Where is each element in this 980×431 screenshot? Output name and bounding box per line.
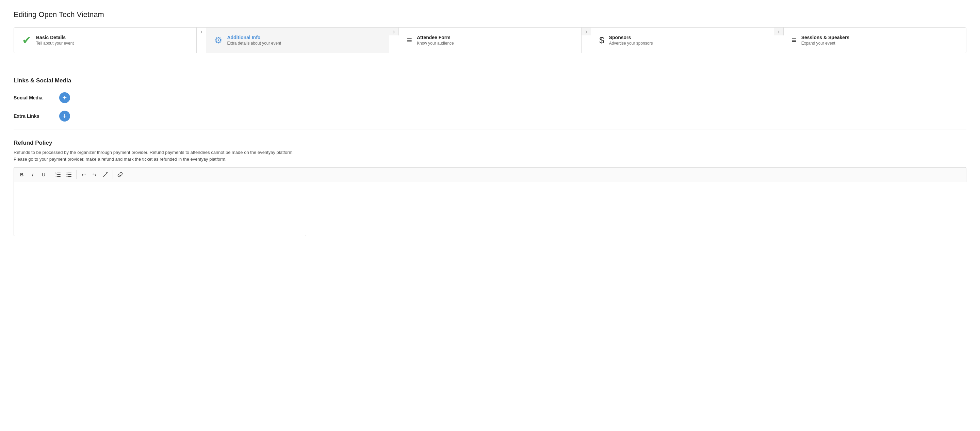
wizard-step-additional-info[interactable]: ⚙ Additional Info Extra details about yo… (206, 27, 389, 53)
links-social-media-title: Links & Social Media (14, 77, 966, 84)
refund-policy-section: Refund Policy Refunds to be processed by… (14, 140, 966, 236)
wizard-arrow-2: › (389, 27, 399, 35)
wizard-step-sessions-speakers[interactable]: ≡ Sessions & Speakers Expand your event (784, 27, 966, 53)
step-text-additional-info: Additional Info Extra details about your… (227, 35, 281, 46)
step-subtitle-sponsors: Advertise your sponsors (609, 41, 653, 46)
svg-point-7 (67, 174, 68, 175)
toolbar-italic-button[interactable]: I (27, 169, 38, 180)
svg-point-6 (67, 172, 68, 174)
toolbar-bold-button[interactable]: B (17, 169, 27, 180)
wizard-arrow-3: › (582, 27, 591, 35)
step-title-sessions-speakers: Sessions & Speakers (801, 35, 850, 40)
svg-rect-9 (68, 172, 72, 173)
add-extra-links-button[interactable]: + (59, 111, 70, 121)
svg-rect-2 (57, 176, 60, 177)
step-title-attendee-form: Attendee Form (417, 35, 454, 40)
svg-line-13 (103, 175, 105, 177)
step-title-sponsors: Sponsors (609, 35, 653, 40)
toolbar-separator-2 (76, 170, 76, 179)
svg-rect-10 (68, 174, 72, 175)
links-social-media-section: Links & Social Media Social Media + Extr… (14, 77, 966, 121)
editor-toolbar: B I U 1 2 3 (14, 167, 966, 182)
divider-1 (14, 67, 966, 67)
step-text-basic-details: Basic Details Tell about your event (36, 35, 74, 46)
extra-links-row: Extra Links + (14, 111, 966, 121)
list-icon: ≡ (407, 35, 412, 46)
toolbar-redo-button[interactable]: ↪ (89, 169, 100, 180)
social-media-label: Social Media (14, 95, 54, 101)
wizard-arrow-1: › (197, 27, 206, 35)
social-media-row: Social Media + (14, 92, 966, 103)
toolbar-separator-3 (113, 170, 113, 179)
step-subtitle-attendee-form: Know your audience (417, 41, 454, 46)
check-icon: ✔ (22, 34, 31, 46)
wizard-steps: ✔ Basic Details Tell about your event › … (14, 27, 966, 53)
step-title-basic-details: Basic Details (36, 35, 74, 40)
svg-rect-0 (57, 172, 60, 173)
step-text-sponsors: Sponsors Advertise your sponsors (609, 35, 653, 46)
svg-rect-1 (57, 174, 60, 175)
page-title: Editing Open Tech Vietnam (14, 10, 966, 19)
refund-policy-title: Refund Policy (14, 140, 966, 146)
toolbar-ordered-list-button[interactable]: 1 2 3 (53, 169, 63, 180)
unordered-list-icon (66, 172, 72, 177)
step-subtitle-sessions-speakers: Expand your event (801, 41, 850, 46)
divider-2 (14, 129, 966, 129)
step-text-sessions-speakers: Sessions & Speakers Expand your event (801, 35, 850, 46)
toolbar-link-button[interactable] (115, 169, 125, 180)
step-text-attendee-form: Attendee Form Know your audience (417, 35, 454, 46)
gear-icon: ⚙ (215, 35, 222, 46)
svg-text:3: 3 (56, 175, 56, 177)
step-subtitle-additional-info: Extra details about your event (227, 41, 281, 46)
refund-policy-description: Refunds to be processed by the organizer… (14, 149, 306, 163)
svg-point-8 (67, 176, 68, 177)
wizard-step-sponsors[interactable]: $ Sponsors Advertise your sponsors (591, 27, 774, 53)
extra-links-label: Extra Links (14, 113, 54, 119)
toolbar-separator-1 (51, 170, 51, 179)
toolbar-underline-button[interactable]: U (38, 169, 49, 180)
toolbar-undo-button[interactable]: ↩ (79, 169, 89, 180)
link-icon (118, 172, 123, 177)
ordered-list-icon: 1 2 3 (56, 172, 61, 177)
step-subtitle-basic-details: Tell about your event (36, 41, 74, 46)
wizard-step-basic-details[interactable]: ✔ Basic Details Tell about your event (14, 27, 197, 53)
step-title-additional-info: Additional Info (227, 35, 281, 40)
toolbar-clear-format-button[interactable] (100, 169, 111, 180)
svg-rect-11 (68, 176, 72, 177)
clear-format-icon (103, 172, 108, 177)
sessions-icon: ≡ (792, 35, 797, 45)
dollar-icon: $ (599, 35, 604, 46)
add-social-media-button[interactable]: + (59, 92, 70, 103)
refund-policy-editor[interactable] (14, 182, 306, 236)
toolbar-unordered-list-button[interactable] (64, 169, 74, 180)
wizard-arrow-4: › (774, 27, 784, 35)
wizard-step-attendee-form[interactable]: ≡ Attendee Form Know your audience (399, 27, 582, 53)
